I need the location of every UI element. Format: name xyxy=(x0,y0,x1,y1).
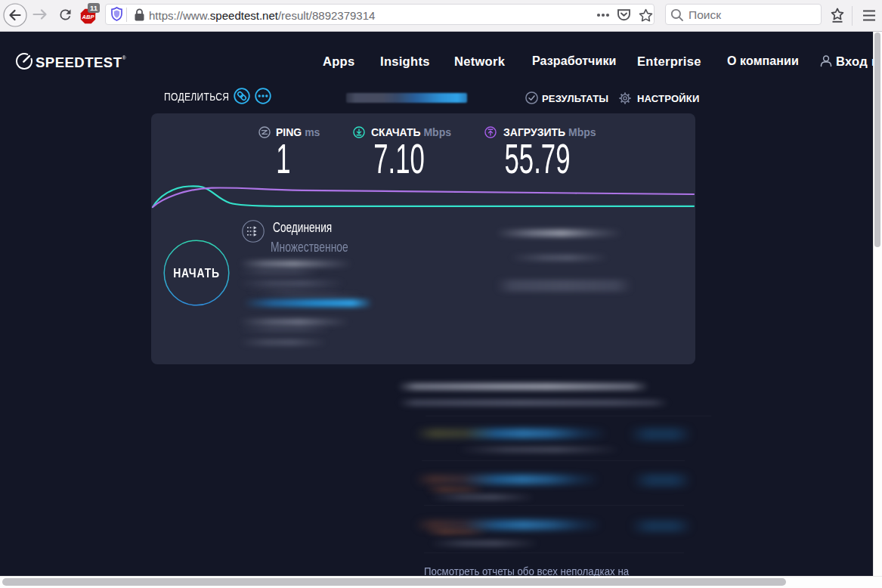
svg-text:ABP: ABP xyxy=(82,14,95,20)
